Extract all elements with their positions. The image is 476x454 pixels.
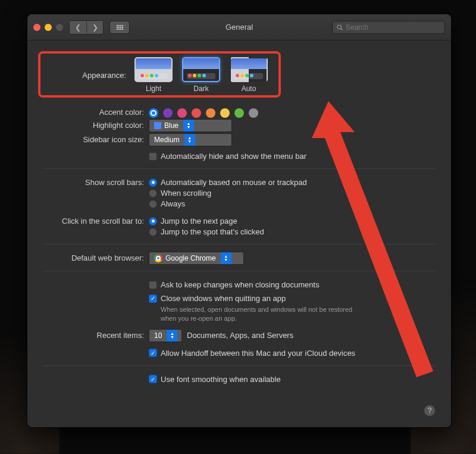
- radio-icon: [149, 200, 157, 208]
- accent-swatch-5[interactable]: [220, 108, 230, 118]
- accent-swatch-3[interactable]: [192, 108, 201, 118]
- ask-changes-label: Ask to keep changes when closing documen…: [161, 280, 320, 289]
- close-windows-label: Close windows when quitting an app: [161, 294, 286, 303]
- scrollbars-scrolling[interactable]: When scrolling: [149, 189, 436, 198]
- sidebar-size-select[interactable]: Medium ▲▼: [149, 133, 232, 146]
- close-windows-checkbox[interactable]: ✓Close windows when quitting an app: [149, 294, 436, 303]
- menu-autohide-checkbox[interactable]: Automatically hide and show the menu bar: [149, 152, 436, 161]
- appearance-label: Appearance:: [46, 71, 126, 80]
- ask-changes-row: Ask to keep changes when closing documen…: [43, 278, 436, 291]
- font-smoothing-row: ✓Use font smoothing when available: [43, 373, 436, 386]
- separator: [43, 244, 436, 245]
- stepper-arrows-icon: ▲▼: [221, 252, 231, 264]
- radio-icon: [149, 179, 157, 187]
- checkbox-icon: ✓: [149, 375, 157, 383]
- appearance-auto[interactable]: Auto: [230, 57, 268, 93]
- recent-select[interactable]: 10 ▲▼: [149, 329, 182, 342]
- accent-swatch-1[interactable]: [163, 108, 173, 118]
- radio-icon: [149, 189, 157, 198]
- radio-icon: [149, 217, 157, 226]
- appearance-light[interactable]: Light: [134, 57, 173, 93]
- highlight-swatch-icon: [154, 122, 161, 129]
- highlight-select[interactable]: Blue ▲▼: [149, 119, 232, 132]
- close-windows-row: ✓Close windows when quitting an app When…: [43, 292, 436, 323]
- content-area: Appearance: Light Dark Auto: [27, 40, 451, 427]
- accent-swatch-2[interactable]: [177, 108, 187, 118]
- appearance-row: Appearance: Light Dark Auto: [43, 51, 436, 98]
- font-smoothing-label: Use font smoothing when available: [161, 375, 281, 384]
- separator: [43, 168, 436, 169]
- sidebar-size-value: Medium: [154, 136, 180, 144]
- accent-row: Accent color:: [43, 106, 436, 118]
- accent-swatch-6[interactable]: [234, 108, 244, 118]
- help-icon: ?: [428, 406, 432, 415]
- close-windows-hint: When selected, open documents and window…: [161, 305, 363, 323]
- appearance-dark-label: Dark: [182, 84, 220, 93]
- font-smoothing-checkbox[interactable]: ✓Use font smoothing when available: [149, 375, 436, 384]
- scroll-click-label: Click in the scroll bar to:: [43, 215, 149, 226]
- nav-group: ❮ ❯: [69, 20, 104, 35]
- accent-swatch-0[interactable]: [149, 108, 158, 118]
- checkbox-icon: [149, 281, 157, 289]
- scroll-click-next[interactable]: Jump to the next page: [149, 217, 436, 226]
- accent-swatch-7[interactable]: [249, 108, 258, 118]
- handoff-checkbox[interactable]: ✓Allow Handoff between this Mac and your…: [149, 349, 436, 358]
- scrollbars-label: Show scroll bars:: [43, 176, 149, 187]
- chrome-icon: [154, 254, 162, 262]
- traffic-lights: [33, 24, 63, 31]
- recent-value: 10: [154, 331, 162, 340]
- radio-icon: [149, 228, 157, 236]
- scroll-click-spot[interactable]: Jump to the spot that's clicked: [149, 227, 436, 236]
- svg-line-1: [341, 29, 342, 30]
- grid-icon: [117, 25, 123, 30]
- browser-value: Google Chrome: [165, 254, 216, 262]
- highlight-row: Highlight color: Blue ▲▼: [43, 119, 436, 132]
- show-all-button[interactable]: [109, 21, 130, 34]
- appearance-light-label: Light: [134, 84, 173, 93]
- separator: [43, 365, 436, 366]
- accent-swatches: [149, 106, 436, 118]
- highlight-value: Blue: [164, 121, 178, 130]
- highlight-label: Highlight color:: [43, 119, 149, 130]
- titlebar: ❮ ❯ General: [27, 14, 451, 40]
- accent-label: Accent color:: [43, 106, 149, 117]
- ask-changes-checkbox[interactable]: Ask to keep changes when closing documen…: [149, 280, 436, 289]
- help-button[interactable]: ?: [424, 405, 436, 417]
- browser-row: Default web browser: Google Chrome ▲▼: [43, 252, 436, 265]
- scrollbars-row: Show scroll bars: Automatically based on…: [43, 176, 436, 210]
- search-input[interactable]: [346, 23, 441, 32]
- checkbox-icon: ✓: [149, 295, 157, 303]
- stepper-arrows-icon: ▲▼: [184, 134, 195, 146]
- stepper-arrows-icon: ▲▼: [183, 120, 194, 131]
- sidebar-size-label: Sidebar icon size:: [43, 133, 149, 144]
- scrollbars-auto[interactable]: Automatically based on mouse or trackpad: [149, 178, 436, 187]
- search-icon: [336, 24, 343, 31]
- close-button[interactable]: [33, 24, 40, 31]
- scroll-click-next-label: Jump to the next page: [161, 217, 237, 226]
- svg-point-0: [337, 24, 342, 29]
- forward-button[interactable]: ❯: [86, 21, 103, 34]
- minimize-button[interactable]: [45, 24, 52, 31]
- accent-swatch-4[interactable]: [206, 108, 215, 118]
- recent-label: Recent items:: [43, 329, 149, 340]
- recent-suffix: Documents, Apps, and Servers: [187, 331, 293, 340]
- checkbox-icon: ✓: [149, 349, 157, 357]
- back-button[interactable]: ❮: [70, 21, 86, 34]
- menu-autohide-label: Automatically hide and show the menu bar: [161, 152, 306, 161]
- checkbox-icon: [149, 152, 157, 161]
- scrollbars-always[interactable]: Always: [149, 199, 436, 208]
- appearance-highlight-box: Appearance: Light Dark Auto: [38, 51, 281, 98]
- sidebar-size-row: Sidebar icon size: Medium ▲▼: [43, 133, 436, 146]
- scroll-click-row: Click in the scroll bar to: Jump to the …: [43, 215, 436, 238]
- browser-label: Default web browser:: [43, 252, 149, 262]
- scrollbars-always-label: Always: [161, 199, 185, 208]
- browser-select[interactable]: Google Chrome ▲▼: [149, 252, 244, 265]
- scrollbars-scrolling-label: When scrolling: [161, 189, 211, 198]
- handoff-label: Allow Handoff between this Mac and your …: [161, 349, 355, 358]
- search-field[interactable]: [332, 21, 445, 34]
- zoom-button[interactable]: [56, 24, 63, 31]
- stepper-arrows-icon: ▲▼: [167, 330, 177, 342]
- appearance-dark[interactable]: Dark: [182, 57, 220, 93]
- handoff-row: ✓Allow Handoff between this Mac and your…: [43, 347, 436, 359]
- scroll-click-spot-label: Jump to the spot that's clicked: [161, 227, 264, 236]
